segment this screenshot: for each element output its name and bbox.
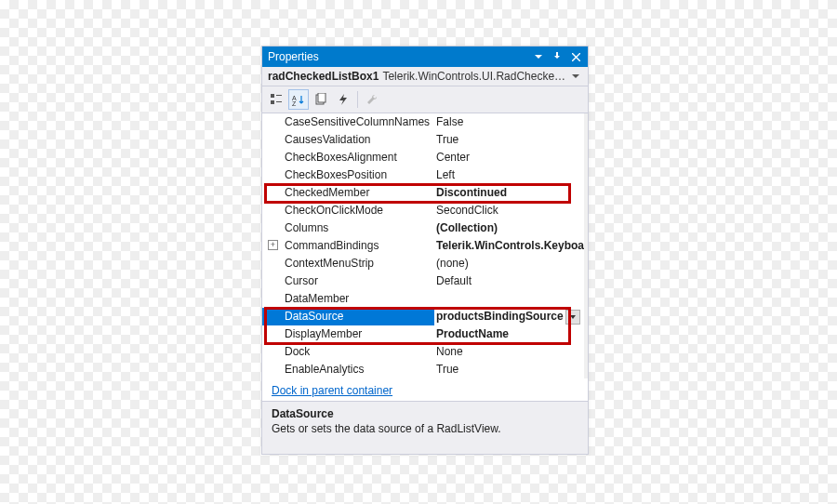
- scrollbar[interactable]: [584, 113, 588, 378]
- property-row[interactable]: EnableAnalyticsTrue: [262, 361, 584, 378]
- svg-rect-0: [271, 94, 274, 98]
- svg-text:Z: Z: [292, 100, 297, 106]
- property-name: CausesValidation: [262, 131, 434, 149]
- object-type: Telerik.WinControls.UI.RadCheckedListBox: [382, 70, 569, 83]
- property-name: CheckOnClickMode: [262, 202, 434, 219]
- pin-icon[interactable]: [549, 48, 565, 65]
- property-row[interactable]: CheckOnClickModeSecondClick: [262, 202, 584, 219]
- alphabetical-button[interactable]: AZ: [288, 89, 309, 110]
- wrench-button: [362, 89, 382, 110]
- toolbar: AZ: [262, 86, 588, 113]
- property-value[interactable]: (Collection): [434, 219, 584, 237]
- property-value-text: (Collection): [436, 221, 498, 234]
- property-value[interactable]: Discontinued: [434, 184, 584, 202]
- property-value-text: Left: [436, 168, 455, 181]
- property-value-text: Default: [436, 274, 472, 287]
- property-row[interactable]: DataSourceproductsBindingSource: [262, 308, 584, 325]
- titlebar-title: Properties: [268, 50, 530, 63]
- property-row[interactable]: Columns(Collection): [262, 219, 584, 237]
- property-value-text: True: [436, 133, 458, 146]
- property-value[interactable]: None: [434, 343, 584, 361]
- svg-rect-2: [276, 95, 282, 96]
- chevron-down-icon[interactable]: [569, 70, 582, 83]
- svg-rect-7: [318, 93, 326, 102]
- property-row[interactable]: DataMember: [262, 290, 584, 308]
- toolbar-separator: [357, 91, 358, 108]
- object-selector[interactable]: radCheckedListBox1 Telerik.WinControls.U…: [262, 67, 588, 86]
- property-value-text: Center: [436, 151, 470, 164]
- property-name: DataSource: [262, 308, 434, 325]
- commands-area: Dock in parent container: [262, 378, 588, 401]
- property-value[interactable]: SecondClick: [434, 202, 584, 219]
- property-row[interactable]: CausesValidationTrue: [262, 131, 584, 149]
- property-row[interactable]: DockNone: [262, 343, 584, 361]
- property-value[interactable]: Center: [434, 149, 584, 166]
- property-grid: CaseSensitiveColumnNamesFalseCausesValid…: [262, 113, 588, 378]
- property-pages-button[interactable]: [311, 89, 331, 110]
- dropdown-icon[interactable]: [530, 48, 547, 65]
- object-name: radCheckedListBox1: [268, 70, 379, 83]
- property-name: DisplayMember: [262, 325, 434, 343]
- property-name: CheckedMember: [262, 184, 434, 202]
- expander-icon[interactable]: +: [268, 240, 278, 250]
- property-value-text: Telerik.WinControls.Keyboa: [436, 239, 584, 252]
- property-name: ContextMenuStrip: [262, 255, 434, 272]
- svg-rect-1: [271, 100, 274, 104]
- close-icon[interactable]: [567, 48, 584, 65]
- property-value[interactable]: productsBindingSource: [434, 308, 584, 325]
- dock-link[interactable]: Dock in parent container: [272, 384, 392, 397]
- property-row[interactable]: CheckBoxesAlignmentCenter: [262, 149, 584, 166]
- property-row[interactable]: DisplayMemberProductName: [262, 325, 584, 343]
- description-title: DataSource: [272, 407, 578, 420]
- property-value[interactable]: True: [434, 131, 584, 149]
- property-value[interactable]: True: [434, 361, 584, 378]
- property-value-text: (none): [436, 257, 469, 270]
- property-value[interactable]: Default: [434, 272, 584, 290]
- dropdown-button[interactable]: [565, 310, 580, 325]
- property-value[interactable]: Telerik.WinControls.Keyboa: [434, 237, 584, 255]
- properties-panel: Properties radCheckedListBox1 Telerik.Wi…: [261, 46, 589, 455]
- property-value[interactable]: ProductName: [434, 325, 584, 343]
- property-value-text: SecondClick: [436, 204, 498, 217]
- property-value-text: Discontinued: [436, 186, 507, 199]
- property-value-text: False: [436, 115, 463, 128]
- description-text: Gets or sets the data source of a RadLis…: [272, 422, 578, 435]
- property-row[interactable]: CursorDefault: [262, 272, 584, 290]
- svg-rect-3: [276, 101, 282, 102]
- property-value[interactable]: [434, 290, 584, 308]
- property-row[interactable]: ContextMenuStrip(none): [262, 255, 584, 272]
- categorized-button[interactable]: [266, 89, 286, 110]
- property-row[interactable]: CheckBoxesPositionLeft: [262, 166, 584, 184]
- property-name: CheckBoxesAlignment: [262, 149, 434, 166]
- property-row[interactable]: CheckedMemberDiscontinued: [262, 184, 584, 202]
- property-name: Dock: [262, 343, 434, 361]
- property-row[interactable]: +CommandBindingsTelerik.WinControls.Keyb…: [262, 237, 584, 255]
- property-value-text: True: [436, 363, 458, 376]
- property-name: EnableAnalytics: [262, 361, 434, 378]
- property-value-text: ProductName: [436, 327, 509, 340]
- property-name: Cursor: [262, 272, 434, 290]
- property-value[interactable]: Left: [434, 166, 584, 184]
- property-name: DataMember: [262, 290, 434, 308]
- property-value-text: productsBindingSource: [436, 310, 564, 323]
- events-button[interactable]: [333, 89, 353, 110]
- titlebar: Properties: [262, 46, 588, 67]
- property-row[interactable]: CaseSensitiveColumnNamesFalse: [262, 113, 584, 131]
- property-value-text: None: [436, 345, 463, 358]
- description-pane: DataSource Gets or sets the data source …: [262, 401, 588, 454]
- titlebar-controls: [530, 48, 584, 65]
- property-name: CommandBindings: [262, 237, 434, 255]
- property-name: CheckBoxesPosition: [262, 166, 434, 184]
- property-value[interactable]: False: [434, 113, 584, 131]
- property-name: CaseSensitiveColumnNames: [262, 113, 434, 131]
- property-value[interactable]: (none): [434, 255, 584, 272]
- property-name: Columns: [262, 219, 434, 237]
